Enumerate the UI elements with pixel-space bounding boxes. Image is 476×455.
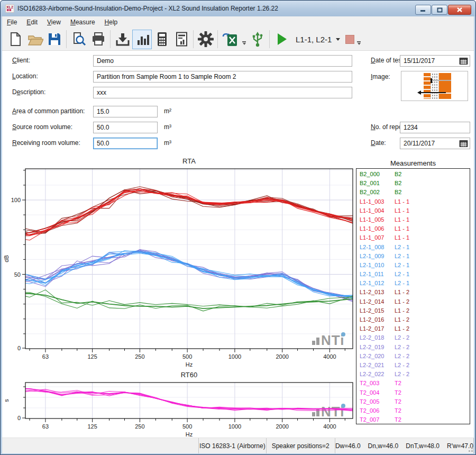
svg-text:500: 500 <box>182 423 192 430</box>
report-no-input[interactable] <box>400 122 470 133</box>
rt60-chart: RT60NTi063125250500100020004000Hzs <box>2 371 368 438</box>
print-button[interactable] <box>88 30 108 49</box>
excel-icon <box>222 31 239 47</box>
measurement-row[interactable]: L2-2_020L2 - 2 <box>356 352 470 361</box>
measurement-row[interactable]: L1-1_007L1 - 1 <box>356 233 470 242</box>
measurement-row[interactable]: L1-2_014L1 - 2 <box>356 297 470 306</box>
measurement-row[interactable]: T2_007T2 <box>356 415 470 424</box>
date-calendar-button[interactable] <box>457 138 470 149</box>
receiving-volume-input[interactable] <box>93 138 158 149</box>
svg-text:0: 0 <box>17 345 21 351</box>
svg-text:1000: 1000 <box>228 423 241 430</box>
measurement-row[interactable]: L2-1_009L2 - 1 <box>356 252 470 261</box>
svg-text:0: 0 <box>17 415 21 421</box>
source-volume-input[interactable] <box>93 122 158 133</box>
image-label: Image: <box>371 73 390 80</box>
svg-text:2000: 2000 <box>276 353 288 360</box>
measurement-row[interactable]: L2-1_011L2 - 1 <box>356 270 470 279</box>
measurement-row[interactable]: L1-1_004L1 - 1 <box>356 206 470 215</box>
menu-item-view[interactable]: View <box>42 17 66 28</box>
measurement-row[interactable]: L1-2_015L1 - 2 <box>356 306 470 315</box>
open-folder-button[interactable] <box>25 30 44 49</box>
toolbar-overflow-icon[interactable] <box>242 41 246 45</box>
description-label: Description: <box>12 88 45 96</box>
measurement-row[interactable]: L1-2_017L1 - 2 <box>356 324 470 333</box>
rta-chart-button[interactable] <box>132 30 152 49</box>
receiving-volume-label: Receiving room volume: <box>12 139 80 147</box>
restore-icon <box>437 7 443 13</box>
measurement-row[interactable]: B2_002B2 <box>356 188 470 197</box>
measurement-row[interactable]: T2_005T2 <box>356 397 470 406</box>
resize-grip[interactable] <box>466 445 473 452</box>
minimize-button[interactable] <box>415 5 431 15</box>
date-of-test-calendar-button[interactable] <box>457 56 470 66</box>
measurement-row[interactable]: L2-1_008L2 - 1 <box>356 243 470 252</box>
status-bar: ISO 16283-1 (Airborne) Speaker positions… <box>2 438 474 453</box>
report-button[interactable] <box>171 30 191 49</box>
menu-item-measure[interactable]: Measure <box>66 17 100 28</box>
measurement-row[interactable]: L1-2_016L1 - 2 <box>356 315 470 324</box>
calendar-icon <box>459 140 468 148</box>
client-label: Client: <box>12 57 30 64</box>
menu-bar: FileEditViewMeasureHelp <box>2 16 474 28</box>
measurement-row[interactable]: L2-1_012L2 - 1 <box>356 279 470 288</box>
close-icon <box>456 7 463 13</box>
close-button[interactable] <box>448 5 471 15</box>
calculator-button[interactable] <box>152 30 171 49</box>
description-input[interactable] <box>93 87 352 98</box>
run-selector-caret-icon[interactable] <box>336 38 340 41</box>
measurements-list[interactable]: B2_000B2B2_001B2B2_002B2L1-1_003L1 - 1L1… <box>356 168 470 424</box>
restore-button[interactable] <box>432 5 447 15</box>
client-input[interactable] <box>93 55 352 67</box>
measurement-row[interactable]: T2_003T2 <box>356 379 470 388</box>
location-input[interactable] <box>93 71 352 83</box>
measurement-row[interactable]: B2_001B2 <box>356 179 470 188</box>
usb-device-button[interactable] <box>248 30 267 49</box>
svg-text:Hz: Hz <box>186 361 193 368</box>
svg-text:4000: 4000 <box>323 423 336 430</box>
save-button[interactable] <box>44 30 64 49</box>
measurement-row[interactable]: L2-2_019L2 - 2 <box>356 343 470 352</box>
measurement-row[interactable]: T2_006T2 <box>356 406 470 415</box>
print-icon <box>90 31 106 47</box>
zoom-preview-button[interactable] <box>69 30 88 49</box>
status-dnw: Dn,w=46.0 <box>368 442 399 450</box>
measurement-row[interactable]: L2-2_018L2 - 2 <box>356 333 470 342</box>
status-speaker-positions: Speaker positions=2 <box>267 438 335 453</box>
svg-text:250: 250 <box>135 423 144 430</box>
run-selection-label[interactable]: L1-1, L2-1 <box>296 35 332 44</box>
settings-button[interactable] <box>196 30 215 49</box>
svg-text:250: 250 <box>135 353 144 360</box>
excel-export-button[interactable] <box>220 30 240 49</box>
stop-button[interactable] <box>345 35 354 44</box>
status-dw: Dw=46.0 <box>335 442 361 450</box>
source-volume-unit: m³ <box>164 123 171 131</box>
toolbar-overflow-icon[interactable] <box>357 41 361 45</box>
menu-item-help[interactable]: Help <box>100 17 123 28</box>
measurement-row[interactable]: L1-2_013L1 - 2 <box>356 288 470 297</box>
measurement-row[interactable]: L2-2_022L2 - 2 <box>356 370 470 379</box>
title-bar[interactable]: XL2 ISO16283-Airborne-Sound-Insulation-D… <box>1 1 475 16</box>
measurement-row[interactable]: L2-1_010L2 - 1 <box>356 261 470 270</box>
svg-text:Hz: Hz <box>186 431 193 438</box>
measurement-row[interactable]: L2-2_021L2 - 2 <box>356 361 470 370</box>
toolbar-separator <box>193 30 194 48</box>
measurement-row[interactable]: L1-1_003L1 - 1 <box>356 197 470 206</box>
new-document-icon <box>7 31 23 47</box>
export-download-button[interactable] <box>113 30 132 49</box>
svg-text:1000: 1000 <box>228 353 241 360</box>
menu-item-file[interactable]: File <box>2 17 22 28</box>
measurement-row[interactable]: B2_000B2 <box>356 170 470 179</box>
measurement-row[interactable]: L1-1_005L1 - 1 <box>356 215 470 224</box>
area-input[interactable] <box>93 106 158 117</box>
measurement-row[interactable]: T2_004T2 <box>356 388 470 397</box>
partition-image[interactable] <box>401 71 468 101</box>
new-document-button[interactable] <box>5 30 25 49</box>
play-icon <box>276 32 288 46</box>
status-empty-section <box>2 438 199 453</box>
measurement-row[interactable]: L1-1_006L1 - 1 <box>356 224 470 233</box>
play-button[interactable] <box>272 30 291 49</box>
menu-item-edit[interactable]: Edit <box>22 17 42 28</box>
toolbar-separator <box>66 30 67 48</box>
svg-text:500: 500 <box>182 353 192 360</box>
